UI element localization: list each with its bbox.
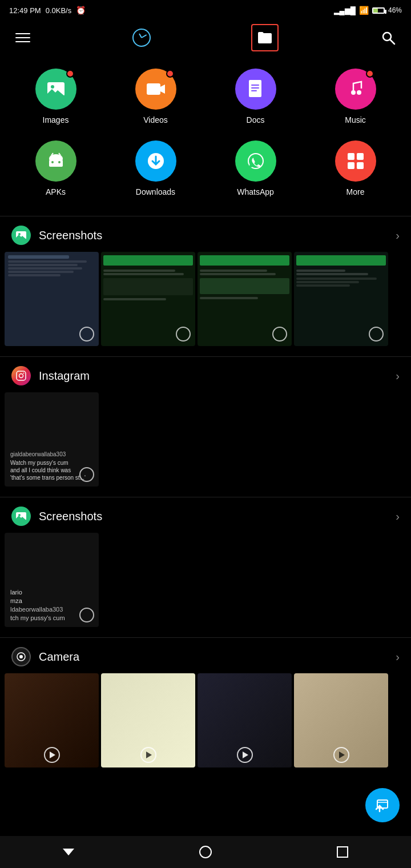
camera-thumb-1[interactable] bbox=[5, 673, 99, 767]
svg-point-30 bbox=[19, 655, 23, 658]
apks-icon bbox=[46, 151, 66, 171]
screenshot-2-thumb-1[interactable]: lario mza ldabeorwallaba303 tch my pussy… bbox=[5, 533, 99, 627]
category-images[interactable]: Images bbox=[6, 61, 106, 132]
nav-back-button[interactable] bbox=[60, 843, 77, 861]
whatsapp-icon bbox=[245, 151, 266, 171]
thumb-select-3[interactable] bbox=[272, 327, 287, 341]
videos-label: Videos bbox=[143, 115, 168, 124]
status-time: 12:49 PM bbox=[9, 6, 41, 15]
section-header-instagram[interactable]: Instagram › bbox=[0, 357, 411, 392]
camera-thumb-2[interactable] bbox=[101, 673, 195, 767]
camera-thumbs bbox=[0, 673, 411, 772]
camera-thumb-4[interactable] bbox=[294, 673, 388, 767]
screenshots-1-thumbs bbox=[0, 252, 411, 351]
downloads-label: Downloads bbox=[136, 187, 175, 196]
folder-button[interactable] bbox=[251, 24, 279, 51]
instagram-thumbs: gialdabeorwallaba303 Watch my pussy's cu… bbox=[0, 392, 411, 491]
category-more[interactable]: More bbox=[305, 132, 405, 204]
ss2-text-2: mza bbox=[10, 597, 93, 604]
svg-rect-19 bbox=[357, 153, 364, 160]
more-label: More bbox=[346, 187, 365, 196]
battery-indicator: 46% bbox=[372, 6, 402, 14]
downloads-icon bbox=[146, 151, 166, 171]
thumb-select-1[interactable] bbox=[79, 327, 94, 341]
section-header-camera[interactable]: Camera › bbox=[0, 638, 411, 673]
more-icon bbox=[345, 151, 366, 171]
instagram-text-1: gialdabeorwallaba303 bbox=[10, 451, 93, 457]
camera-thumb-3[interactable] bbox=[198, 673, 292, 767]
instagram-thumb-1[interactable]: gialdabeorwallaba303 Watch my pussy's cu… bbox=[5, 392, 99, 487]
thumb-select-4[interactable] bbox=[369, 327, 384, 341]
images-icon bbox=[46, 79, 66, 99]
svg-rect-7 bbox=[251, 87, 259, 89]
screenshot-thumb-2[interactable] bbox=[101, 252, 195, 346]
menu-button[interactable] bbox=[14, 29, 32, 47]
svg-rect-4 bbox=[147, 83, 160, 95]
nav-recents-button[interactable] bbox=[334, 843, 351, 861]
fab-icon bbox=[374, 797, 391, 814]
svg-point-13 bbox=[58, 161, 61, 163]
svg-rect-18 bbox=[348, 153, 354, 160]
bottom-nav bbox=[0, 836, 411, 868]
instagram-chevron: › bbox=[396, 369, 400, 383]
signal-icon: ▂▄▆█ bbox=[334, 6, 356, 15]
screenshots-1-title: Screenshots bbox=[39, 229, 102, 242]
category-videos[interactable]: Videos bbox=[106, 61, 206, 132]
thumb-select-ig-1[interactable] bbox=[79, 467, 94, 482]
nav-home-button[interactable] bbox=[197, 843, 214, 861]
screenshots-2-title: Screenshots bbox=[39, 510, 102, 523]
camera-chevron: › bbox=[396, 650, 400, 664]
status-right-icons: ▂▄▆█ 📶 46% bbox=[334, 6, 402, 15]
category-music[interactable]: Music bbox=[305, 61, 405, 132]
thumb-select-ss2-1[interactable] bbox=[79, 608, 94, 622]
screenshot-thumb-3[interactable] bbox=[198, 252, 292, 346]
docs-label: Docs bbox=[247, 115, 265, 124]
section-screenshots-1: Screenshots › bbox=[0, 216, 411, 356]
status-network: 0.0KB/s bbox=[46, 6, 72, 15]
section-screenshots-2: Screenshots › lario mza ldabeorwallaba30… bbox=[0, 497, 411, 637]
section-header-screenshots-1[interactable]: Screenshots › bbox=[0, 216, 411, 252]
screenshots-2-chevron: › bbox=[396, 510, 400, 523]
thumb-select-2[interactable] bbox=[176, 327, 191, 341]
apks-label: APKs bbox=[46, 187, 66, 196]
svg-line-1 bbox=[390, 39, 394, 44]
folder-icon bbox=[257, 30, 273, 46]
svg-rect-21 bbox=[357, 162, 364, 169]
screenshot-thumb-1[interactable] bbox=[5, 252, 99, 346]
category-downloads[interactable]: Downloads bbox=[106, 132, 206, 204]
play-button-1[interactable] bbox=[44, 747, 60, 763]
category-docs[interactable]: Docs bbox=[206, 61, 305, 132]
search-icon bbox=[381, 30, 396, 45]
screenshots-section-icon bbox=[11, 226, 31, 245]
fab-button[interactable] bbox=[365, 788, 400, 822]
alarm-icon: ⏰ bbox=[76, 6, 86, 15]
screenshot-thumb-4[interactable] bbox=[294, 252, 388, 346]
screenshot2-icon-inner bbox=[15, 511, 27, 522]
category-whatsapp[interactable]: WhatsApp bbox=[206, 132, 305, 204]
battery-percent: 46% bbox=[388, 6, 402, 14]
camera-icon-inner bbox=[15, 651, 27, 662]
section-header-screenshots-2[interactable]: Screenshots › bbox=[0, 497, 411, 533]
videos-icon bbox=[146, 79, 166, 99]
category-apks[interactable]: APKs bbox=[6, 132, 106, 204]
whatsapp-label: WhatsApp bbox=[237, 187, 274, 196]
svg-point-12 bbox=[51, 161, 54, 163]
play-button-2[interactable] bbox=[140, 747, 156, 763]
music-label: Music bbox=[345, 115, 366, 124]
svg-rect-11 bbox=[49, 160, 63, 167]
screenshot-icon-inner bbox=[15, 230, 27, 241]
svg-rect-8 bbox=[251, 90, 257, 91]
instagram-title: Instagram bbox=[39, 369, 90, 383]
ss2-text-1: lario bbox=[10, 589, 93, 596]
recent-button[interactable] bbox=[132, 29, 151, 47]
play-button-3[interactable] bbox=[237, 747, 253, 763]
section-instagram: Instagram › gialdabeorwallaba303 Watch m… bbox=[0, 357, 411, 497]
svg-point-26 bbox=[23, 373, 25, 374]
docs-icon bbox=[245, 79, 266, 99]
search-button[interactable] bbox=[379, 29, 397, 47]
svg-rect-24 bbox=[17, 371, 26, 380]
svg-point-3 bbox=[51, 85, 54, 89]
screenshots2-section-icon bbox=[11, 507, 31, 526]
svg-point-23 bbox=[18, 233, 21, 235]
play-button-4[interactable] bbox=[333, 747, 349, 763]
